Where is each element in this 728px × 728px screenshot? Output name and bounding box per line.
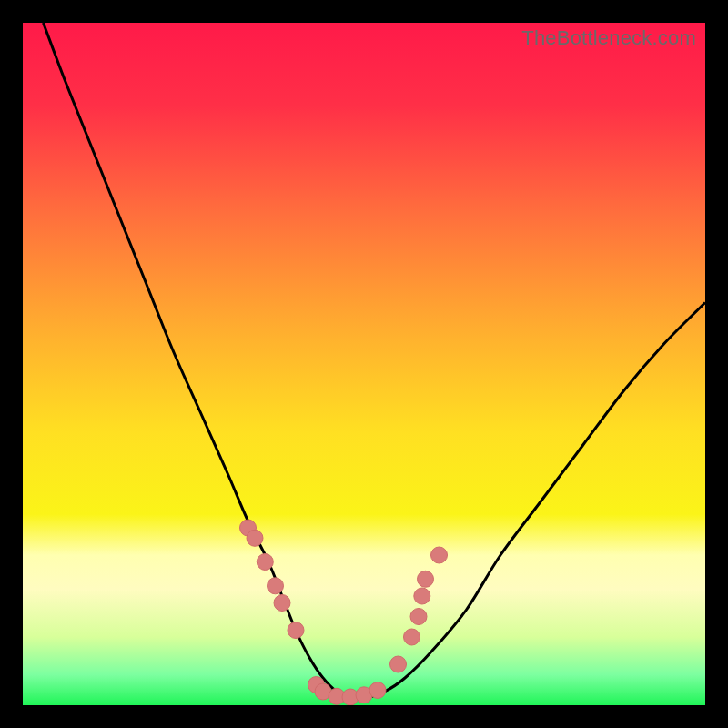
- bottleneck-curve: [44, 23, 706, 699]
- data-marker: [418, 571, 434, 587]
- data-marker: [390, 656, 407, 672]
- data-marker: [257, 554, 273, 571]
- data-marker: [369, 682, 386, 699]
- data-marker: [431, 547, 448, 563]
- data-marker: [410, 609, 427, 625]
- outer-frame: TheBottleneck.com: [0, 0, 728, 728]
- data-marker: [247, 530, 263, 546]
- data-marker: [404, 629, 420, 645]
- plot-area: TheBottleneck.com: [23, 23, 705, 705]
- chart-svg: [23, 23, 705, 705]
- data-marker: [268, 578, 284, 594]
- data-marker: [288, 622, 304, 639]
- watermark-text: TheBottleneck.com: [521, 26, 696, 50]
- data-marker: [274, 595, 290, 612]
- data-marker: [414, 588, 430, 604]
- data-markers: [240, 520, 448, 705]
